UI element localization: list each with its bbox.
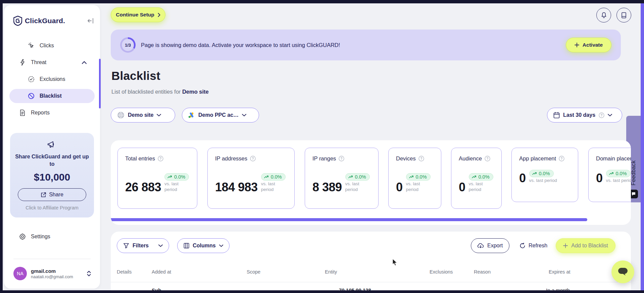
trend-up-icon <box>609 172 614 175</box>
stat-card-domain-placement: Domain placement 0 0.0% vs. last period <box>588 148 631 202</box>
stat-card-devices: Devices 0 0.0% vs. last period <box>388 148 441 209</box>
stat-period: vs. last period <box>345 181 365 193</box>
column-header-entity[interactable]: Entity <box>325 269 337 275</box>
sidebar-item-clicks[interactable]: Clicks <box>4 37 100 54</box>
collapse-sidebar-icon[interactable] <box>87 18 94 24</box>
book-icon <box>621 12 627 18</box>
trend-up-icon <box>409 175 414 179</box>
column-header-expires-at[interactable]: Expires at <box>549 269 570 275</box>
stat-period: vs. last period <box>164 181 185 193</box>
refresh-button[interactable]: Refresh <box>519 238 547 253</box>
promo-amount: $10,000 <box>15 172 89 183</box>
lightning-icon <box>19 59 26 66</box>
sidebar-item-threat[interactable]: Threat <box>4 54 100 71</box>
account-name: gmail.com <box>31 268 73 274</box>
document-icon <box>19 109 26 116</box>
trend-up-icon <box>532 172 537 175</box>
share-button[interactable]: Share <box>18 188 86 201</box>
stat-label: Devices <box>396 155 416 162</box>
stat-delta: 0.0% <box>174 174 185 180</box>
sidebar-item-label: Clicks <box>40 43 54 49</box>
plus-icon <box>563 243 568 248</box>
column-header-exclusions[interactable]: Exclusions <box>430 269 453 275</box>
stat-card-app-placement: App placement 0 0.0% vs. last period <box>511 148 578 202</box>
chevron-up-icon[interactable] <box>82 61 87 64</box>
google-ads-icon <box>188 112 195 118</box>
continue-setup-button[interactable]: Continue Setup <box>111 7 165 22</box>
help-icon[interactable] <box>418 156 424 161</box>
docs-button[interactable] <box>616 8 631 22</box>
share-button-label: Share <box>49 192 63 198</box>
date-range-value: Last 30 days <box>563 112 595 118</box>
columns-button[interactable]: Columns <box>177 238 230 253</box>
row-entity: 70.105.99.128 <box>339 287 371 290</box>
stat-value: 0 <box>459 181 465 193</box>
page-vertical-scrollbar[interactable] <box>641 3 644 290</box>
stat-period: vs. last period <box>606 178 631 184</box>
column-header-reason[interactable]: Reason <box>474 269 491 275</box>
banner-message: Page is showing demo data. Activate your… <box>141 42 340 48</box>
filters-button[interactable]: Filters <box>117 238 169 253</box>
stat-value: 0 <box>596 172 603 184</box>
plus-icon <box>575 43 579 47</box>
cloud-download-icon <box>477 243 484 249</box>
affiliate-link[interactable]: Click to Affiliate Program <box>15 205 89 210</box>
help-icon[interactable] <box>485 156 490 161</box>
bell-icon <box>601 12 607 18</box>
app-root: ClickGuard. Clicks Threat <box>3 3 641 290</box>
sidebar-item-reports[interactable]: Reports <box>4 104 100 121</box>
column-header-scope[interactable]: Scope <box>247 269 260 275</box>
stat-period: vs. last period <box>529 178 557 184</box>
sidebar-scrollbar[interactable] <box>99 59 101 108</box>
brand-logo: ClickGuard. <box>13 15 94 27</box>
site-selector[interactable]: Demo site <box>111 108 175 123</box>
ppc-account-selector[interactable]: Demo PPC ac… <box>182 108 259 123</box>
sidebar-item-label: Threat <box>31 59 46 65</box>
activate-label: Activate <box>583 42 603 48</box>
affiliate-promo-card[interactable]: Share ClickGuard and get up to $10,000 S… <box>10 133 94 217</box>
ppc-account-value: Demo PPC ac… <box>198 112 239 118</box>
help-icon[interactable] <box>158 156 163 161</box>
help-icon[interactable] <box>339 156 344 161</box>
activate-button[interactable]: Activate <box>566 38 611 52</box>
cursor-click-icon <box>28 42 35 49</box>
chevron-down-icon <box>242 114 246 116</box>
sidebar-item-label: Blacklist <box>40 93 62 99</box>
sidebar-item-label: Reports <box>31 110 50 116</box>
stats-horizontal-scrollbar[interactable] <box>111 218 587 221</box>
column-header-details[interactable]: Details <box>117 269 132 275</box>
sidebar-item-blacklist[interactable]: Blacklist <box>9 89 95 103</box>
date-range-selector[interactable]: Last 30 days <box>547 108 622 123</box>
feedback-label: Feedback <box>630 160 637 186</box>
stat-card-total-entries: Total entries 26 883 0.0% vs. last perio… <box>117 148 197 209</box>
stat-value: 0 <box>396 181 403 193</box>
sidebar-item-settings[interactable]: Settings <box>19 232 50 241</box>
setup-progress-ring: 1/3 <box>120 37 136 53</box>
trend-up-icon <box>264 175 269 179</box>
external-link-icon <box>41 192 46 198</box>
stat-label: App placement <box>519 155 556 162</box>
demo-data-banner: 1/3 Page is showing demo data. Activate … <box>111 30 621 60</box>
refresh-label: Refresh <box>529 243 547 249</box>
chat-widget-button[interactable] <box>611 260 634 283</box>
account-switcher[interactable]: NA gmail.com naatali.ro@gmail.com <box>13 265 91 282</box>
columns-icon <box>184 243 189 249</box>
stat-value: 26 883 <box>125 181 161 193</box>
trend-up-icon <box>472 175 477 179</box>
help-icon[interactable] <box>250 156 256 161</box>
account-email: naatali.ro@gmail.com <box>31 274 73 279</box>
block-icon <box>28 92 35 100</box>
sidebar-item-exclusions[interactable]: Exclusions <box>4 71 100 88</box>
stats-panel: Total entries 26 883 0.0% vs. last perio… <box>111 140 631 225</box>
promo-text: Share ClickGuard and get up to <box>15 153 89 167</box>
notifications-button[interactable] <box>596 8 611 22</box>
help-icon[interactable] <box>559 156 564 161</box>
add-to-blacklist-button[interactable]: Add to Blacklist <box>556 238 615 253</box>
stat-label: IP addresses <box>215 155 247 162</box>
sidebar-item-label: Exclusions <box>40 76 65 82</box>
export-button[interactable]: Export <box>471 238 509 253</box>
filters-label: Filters <box>133 243 149 249</box>
column-header-added-at[interactable]: Added at <box>152 269 171 275</box>
account-info: gmail.com naatali.ro@gmail.com <box>31 268 73 279</box>
site-selector-value: Demo site <box>128 112 153 118</box>
